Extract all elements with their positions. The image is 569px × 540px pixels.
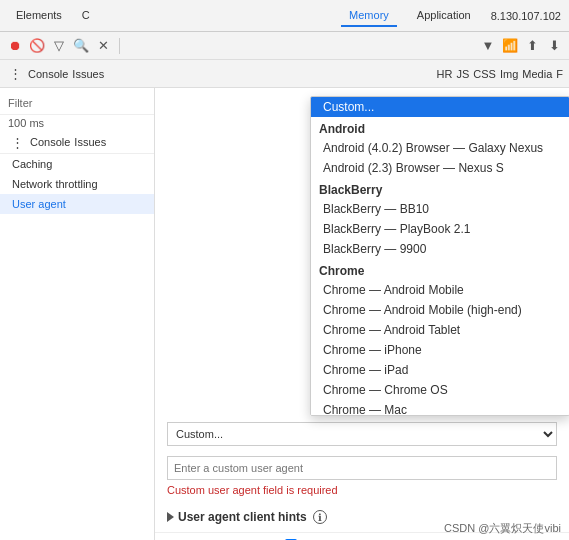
- ua-select-row: Custom...: [155, 418, 569, 450]
- dots-menu-row: ⋮ Console Issues: [0, 131, 154, 154]
- top-bar-tabs: Elements C: [8, 5, 98, 27]
- top-bar: Elements C Memory Application 8.130.107.…: [0, 0, 569, 32]
- left-panel: Filter 100 ms ⋮ Console Issues Caching N…: [0, 88, 155, 540]
- dd-group-chrome: Chrome: [311, 259, 569, 280]
- tab-memory[interactable]: Memory: [341, 5, 397, 27]
- dd-group-android: Android: [311, 117, 569, 138]
- dots-sidebar-icon[interactable]: ⋮: [8, 133, 26, 151]
- dropdown-list[interactable]: Custom...AndroidAndroid (4.0.2) Browser …: [310, 96, 569, 416]
- sep1: [119, 38, 120, 54]
- console-sidebar[interactable]: Console: [30, 136, 70, 148]
- toolbar2: ⋮ Console Issues HR JS CSS Img Media F: [0, 60, 569, 88]
- dd-item[interactable]: Chrome — Android Mobile (high-end): [311, 300, 569, 320]
- expand-icon: [167, 512, 174, 522]
- main-layout: Filter 100 ms ⋮ Console Issues Caching N…: [0, 88, 569, 540]
- record-icon[interactable]: ⏺: [6, 37, 24, 55]
- issues-sidebar[interactable]: Issues: [74, 136, 106, 148]
- dd-item[interactable]: Chrome — Mac: [311, 400, 569, 416]
- error-text: Custom user agent field is required: [167, 484, 557, 496]
- down-arrow-icon[interactable]: ▼: [479, 37, 497, 55]
- dd-item[interactable]: Chrome — Android Tablet: [311, 320, 569, 340]
- filter-box: Filter: [0, 92, 154, 115]
- tab-hr[interactable]: HR: [437, 68, 453, 80]
- dd-item[interactable]: BlackBerry — PlayBook 2.1: [311, 219, 569, 239]
- filter-value: 100 ms: [0, 115, 154, 131]
- download-icon[interactable]: ⬇: [545, 37, 563, 55]
- dd-item[interactable]: Chrome — Chrome OS: [311, 380, 569, 400]
- custom-ua-input[interactable]: [167, 456, 557, 480]
- dd-item[interactable]: Chrome — Android Mobile: [311, 280, 569, 300]
- dd-group-blackberry: BlackBerry: [311, 178, 569, 199]
- block-icon[interactable]: 🚫: [28, 37, 46, 55]
- upload-icon[interactable]: ⬆: [523, 37, 541, 55]
- dd-item[interactable]: Chrome — iPhone: [311, 340, 569, 360]
- sidebar-item-network-throttling[interactable]: Network throttling: [0, 174, 154, 194]
- tab-img[interactable]: Img: [500, 68, 518, 80]
- tab-application[interactable]: Application: [409, 5, 479, 27]
- console-tab[interactable]: Console: [28, 68, 68, 80]
- main-content: Custom...AndroidAndroid (4.0.2) Browser …: [155, 88, 569, 540]
- dropdown-wrapper: Custom...AndroidAndroid (4.0.2) Browser …: [310, 96, 569, 416]
- dd-item-custom[interactable]: Custom...: [311, 97, 569, 117]
- tab-elements[interactable]: Elements: [8, 5, 70, 27]
- sidebar-item-user-agent[interactable]: User agent: [0, 194, 154, 214]
- ip-display: 8.130.107.102: [491, 10, 561, 22]
- tab-media[interactable]: Media: [522, 68, 552, 80]
- custom-ua-section: Custom user agent field is required: [155, 456, 569, 506]
- ua-hints-label: User agent client hints: [178, 510, 307, 524]
- wifi-icon[interactable]: 📶: [501, 37, 519, 55]
- dd-item[interactable]: Android (2.3) Browser — Nexus S: [311, 158, 569, 178]
- toolbar: ⏺ 🚫 ▽ 🔍 ✕ ▼ 📶 ⬆ ⬇: [0, 32, 569, 60]
- dd-item[interactable]: BlackBerry — BB10: [311, 199, 569, 219]
- filter-label: Filter: [8, 97, 32, 109]
- dd-item[interactable]: BlackBerry — 9900: [311, 239, 569, 259]
- issues-tab[interactable]: Issues: [72, 68, 104, 80]
- info-icon[interactable]: ℹ: [313, 510, 327, 524]
- search-icon[interactable]: 🔍: [72, 37, 90, 55]
- tab-c[interactable]: C: [74, 5, 98, 27]
- dd-item[interactable]: Chrome — iPad: [311, 360, 569, 380]
- tab-js[interactable]: JS: [456, 68, 469, 80]
- sidebar-item-caching[interactable]: Caching: [0, 154, 154, 174]
- watermark: CSDN @六翼炽天使vibi: [444, 521, 561, 536]
- dots-menu-icon[interactable]: ⋮: [6, 65, 24, 83]
- filter-icon[interactable]: ▽: [50, 37, 68, 55]
- dd-item[interactable]: Android (4.0.2) Browser — Galaxy Nexus: [311, 138, 569, 158]
- close-icon[interactable]: ✕: [94, 37, 112, 55]
- tab-f[interactable]: F: [556, 68, 563, 80]
- tab-css[interactable]: CSS: [473, 68, 496, 80]
- ua-select[interactable]: Custom...: [167, 422, 557, 446]
